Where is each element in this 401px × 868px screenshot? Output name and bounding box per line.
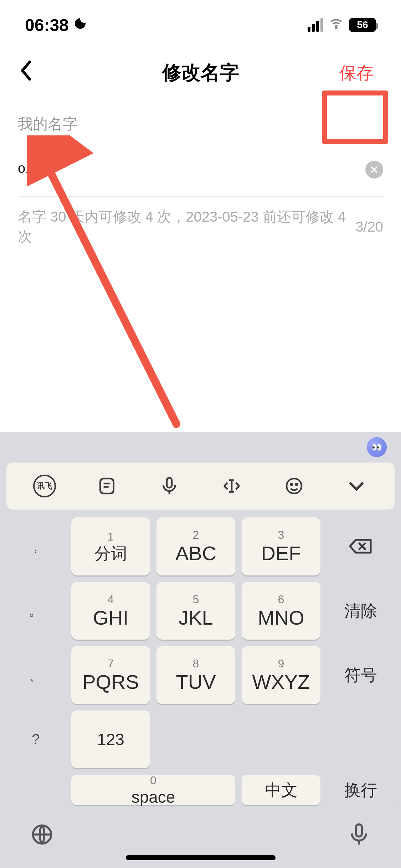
status-left: 06:38	[25, 15, 87, 35]
keyboard-grid: , 1分词 2ABC 3DEF 。 4GHI 5JKL 6MNO 清除 、 7P…	[0, 510, 401, 812]
key-2-abc[interactable]: 2ABC	[156, 517, 235, 575]
battery-icon: 56	[349, 18, 376, 32]
key-language[interactable]: 中文	[242, 775, 320, 805]
nav-bar: 修改名字 保存	[0, 50, 401, 96]
home-indicator[interactable]	[126, 855, 276, 860]
signal-icon	[308, 18, 323, 32]
key-4-ghi[interactable]: 4GHI	[71, 582, 150, 640]
svg-point-4	[287, 479, 302, 494]
key-1-fenci[interactable]: 1分词	[71, 517, 150, 575]
name-field-label: 我的名字	[18, 114, 383, 134]
emoji-button[interactable]	[283, 475, 305, 497]
svg-rect-3	[167, 478, 172, 488]
key-question[interactable]: ?	[6, 711, 65, 769]
key-comma[interactable]: ,	[6, 517, 65, 575]
key-backtick[interactable]: 、	[6, 646, 65, 704]
divider	[18, 196, 383, 197]
char-counter: 3/20	[355, 219, 383, 235]
name-input-row: o12	[18, 146, 383, 193]
clipboard-button[interactable]	[96, 475, 118, 497]
page-title: 修改名字	[162, 60, 239, 86]
voice-input-button[interactable]	[158, 475, 181, 497]
key-symbols[interactable]: 符号	[327, 646, 395, 704]
globe-button[interactable]	[29, 821, 56, 848]
clock-time: 06:38	[25, 15, 69, 35]
cursor-move-button[interactable]	[220, 475, 243, 497]
key-space[interactable]: 0space	[71, 775, 235, 805]
key-9-wxyz[interactable]: 9WXYZ	[242, 646, 320, 704]
key-8-tuv[interactable]: 8TUV	[156, 646, 235, 704]
text-cursor	[40, 164, 41, 179]
status-right: 56	[308, 16, 376, 34]
back-button[interactable]	[16, 60, 37, 86]
dictation-button[interactable]	[345, 821, 372, 848]
keyboard-mascot-icon[interactable]: 👀	[367, 437, 387, 457]
svg-point-0	[335, 27, 337, 28]
key-clear[interactable]: 清除	[327, 582, 395, 640]
svg-point-6	[295, 484, 297, 485]
key-7-pqrs[interactable]: 7PQRS	[71, 646, 150, 704]
content-area: 我的名字 o12 名字 30 天内可修改 4 次，2023-05-23 前还可修…	[0, 96, 401, 246]
key-123[interactable]: 123	[71, 711, 150, 769]
wifi-icon	[329, 16, 343, 34]
clear-input-button[interactable]	[365, 161, 383, 179]
key-enter[interactable]: 换行	[327, 775, 395, 805]
limit-hint-text: 名字 30 天内可修改 4 次，2023-05-23 前还可修改 4 次	[18, 207, 355, 246]
keyboard: 👀 讯飞 , 1分词 2ABC 3DEF 。 4GHI 5JKL 6MN	[0, 432, 401, 868]
svg-rect-8	[356, 825, 362, 837]
collapse-keyboard-button[interactable]	[345, 475, 368, 497]
name-input-value: o12	[18, 161, 40, 176]
keyboard-toolbar: 讯飞	[6, 463, 395, 510]
key-5-jkl[interactable]: 5JKL	[156, 582, 235, 640]
key-backspace[interactable]	[327, 517, 395, 575]
key-period[interactable]: 。	[6, 582, 65, 640]
name-input[interactable]: o12	[18, 161, 41, 179]
ime-brand-button[interactable]: 讯飞	[33, 475, 56, 497]
svg-point-5	[291, 484, 292, 485]
status-bar: 06:38 56	[0, 0, 401, 50]
keyboard-header: 👀	[0, 432, 401, 463]
dnd-moon-icon	[73, 16, 87, 34]
save-button[interactable]: 保存	[328, 55, 385, 91]
key-6-mno[interactable]: 6MNO	[242, 582, 320, 640]
key-3-def[interactable]: 3DEF	[242, 517, 320, 575]
hint-row: 名字 30 天内可修改 4 次，2023-05-23 前还可修改 4 次 3/2…	[18, 207, 383, 246]
